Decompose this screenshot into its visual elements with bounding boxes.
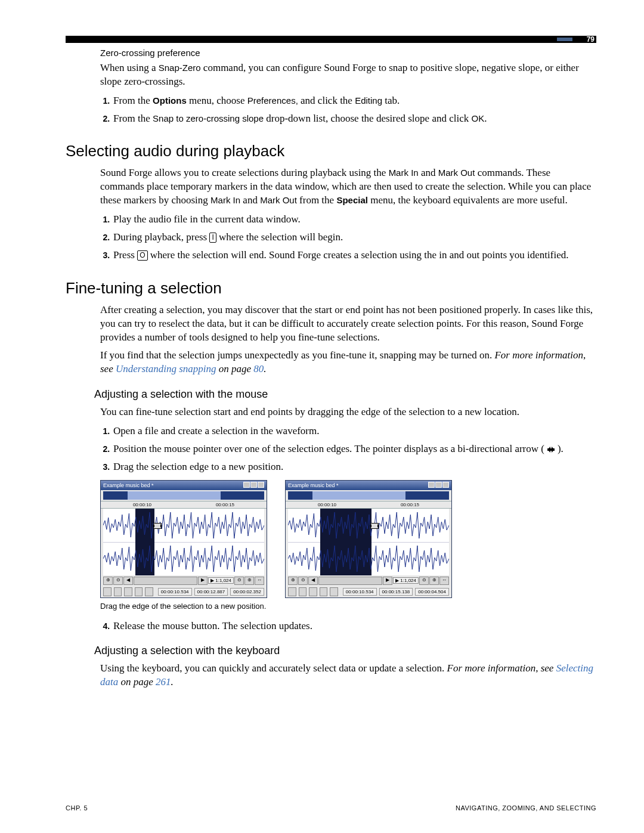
close-icon[interactable] [258,482,264,488]
zoom-in-h-icon[interactable]: ⊕ [429,577,439,585]
time-ruler: 00:00:10 00:00:15 [286,501,451,509]
zoom-out-h-icon[interactable]: ⊖ [234,577,244,585]
link-page-80[interactable]: 80 [253,363,264,374]
text: From the [113,113,153,124]
scroll-right-icon[interactable]: ▶ [383,577,392,585]
waveform-channel-right: 6.0 -Inf -6.0 [288,542,449,575]
text: menu, choose [187,95,247,106]
footer: CHP. 5 NAVIGATING, ZOOMING, AND SELECTIN… [66,804,596,812]
text: drop-down list, choose the desired slope… [264,113,471,124]
zoom-in-icon[interactable]: ⊕ [288,577,298,585]
overview-viewport[interactable] [128,491,221,500]
adjust-keyboard-heading: Adjusting a selection with the keyboard [94,645,596,657]
maximize-width-icon[interactable]: ↔ [255,577,264,585]
adjust-mouse-para: You can fine-tune selection start and en… [100,405,596,419]
text: tab. [382,95,400,106]
adjust-mouse-steps-cont: Release the mouse button. The selection … [100,619,596,633]
text: . [264,363,266,374]
text: When using a [100,62,159,73]
zoom-scroll-row: ⊕ ⊖ ◀ ▶ ▶ 1:1,024 ⊖ ⊕ ↔ [286,575,451,586]
overview-bar[interactable] [103,491,264,500]
zoom-scroll-row: ⊕ ⊖ ◀ ▶ ▶ 1:1,024 ⊖ ⊕ ↔ [101,575,267,586]
status-row: 00:00:10.534 00:00:15.138 00:00:04.504 [286,586,451,597]
waveform-svg [288,542,449,575]
scroll-left-icon[interactable]: ◀ [308,577,318,585]
page-number: 79 [585,36,596,43]
text: on page [118,676,156,688]
ruler-tick: 00:00:15 [401,502,419,507]
scroll-left-icon[interactable]: ◀ [123,577,133,585]
minimize-icon[interactable] [428,482,435,488]
fine-tuning-para1: After creating a selection, you may disc… [100,304,596,345]
overview-bar[interactable] [288,491,449,500]
overview-viewport[interactable] [312,491,406,500]
shuttle-back-icon[interactable] [320,587,328,596]
link-page-261[interactable]: 261 [156,676,171,688]
ruler-tick: 00:00:10 [318,502,336,507]
step-2: From the Snap to zero-crossing slope dro… [112,112,596,126]
fine-tuning-para2: If you find that the selection jumps une… [100,349,596,376]
skip-fwd-icon[interactable] [114,587,122,596]
figure-after: Example music bed * 00:00:10 00:00:15 [285,480,452,598]
shuttle-back-icon[interactable] [135,587,143,596]
text: Using the keyboard, you can quickly and … [100,662,447,674]
text: Position the mouse pointer over one of t… [113,443,544,454]
step-4: Release the mouse button. The selection … [112,619,596,633]
zoom-in-icon[interactable]: ⊕ [103,577,113,585]
maximize-icon[interactable] [435,482,442,488]
editing-tab: Editing [355,95,382,106]
text: and [240,194,260,206]
minimize-icon[interactable] [243,482,250,488]
link-understanding-snapping[interactable]: Understanding snapping [116,363,216,374]
text: Sound Forge allows you to create selecti… [100,167,389,178]
key-o: O [137,250,147,261]
step-2: During playback, press I where the selec… [112,230,596,244]
mark-in-cmd-2: Mark In [210,195,240,205]
waveform-channel-right: 6.0 -Inf -6.0 [103,542,264,575]
step-1: Open a file and create a selection in th… [112,424,596,438]
step-1: Play the audio file in the current data … [112,212,596,227]
skip-back-icon[interactable] [288,587,296,596]
time-ruler: 00:00:10 00:00:15 [101,501,267,509]
zoom-out-icon[interactable]: ⊖ [113,577,123,585]
scrollbar[interactable] [318,577,382,585]
waveform-svg [103,542,264,575]
shuttle-fwd-icon[interactable] [330,587,338,596]
zero-crossing-intro: When using a Snap-Zero command, you can … [100,61,596,89]
skip-fwd-icon[interactable] [299,587,307,596]
text: ). [558,443,564,454]
stop-icon[interactable] [309,587,317,596]
selection-handle-cursor[interactable] [153,523,162,529]
waveform-area[interactable]: 6.0 -Inf -6.0 6.0 [103,509,264,575]
header-bar: 79 [66,36,596,43]
stop-icon[interactable] [124,587,132,596]
scrollbar[interactable] [134,577,197,585]
maximize-width-icon[interactable]: ↔ [439,577,449,585]
status-length: 00:00:02.352 [230,588,264,596]
titlebar: Example music bed * [286,481,451,490]
mark-out-cmd-2: Mark Out [260,195,297,205]
options-menu: Options [153,95,187,106]
window-frame: Example music bed * 00:00:10 00:00:15 [100,480,267,598]
zoom-in-h-icon[interactable]: ⊕ [244,577,254,585]
waveform-channel-left: 6.0 -Inf -6.0 [103,509,264,543]
zoom-out-icon[interactable]: ⊖ [298,577,308,585]
step-3: Press O where the selection will end. So… [112,248,596,262]
ruler-tick: 00:00:10 [133,502,151,507]
fine-tuning-heading: Fine-tuning a selection [66,279,596,298]
scroll-right-icon[interactable]: ▶ [198,577,208,585]
text: During playback, press [113,231,209,243]
waveform-area[interactable]: 6.0 -Inf -6.0 6.0 [288,509,449,575]
zoom-ratio: ▶ 1:1,024 [208,577,234,584]
text: from the [297,194,337,206]
zoom-out-h-icon[interactable]: ⊖ [419,577,429,585]
maximize-icon[interactable] [250,482,257,488]
close-icon[interactable] [442,482,449,488]
skip-back-icon[interactable] [103,587,112,596]
mark-out-cmd: Mark Out [438,168,475,178]
shuttle-fwd-icon[interactable] [145,587,153,596]
key-i: I [209,233,216,243]
selection-handle-cursor[interactable] [370,523,379,529]
snap-zero-cmd: Snap-Zero [159,63,201,73]
chapter-label: CHP. 5 [66,804,88,812]
